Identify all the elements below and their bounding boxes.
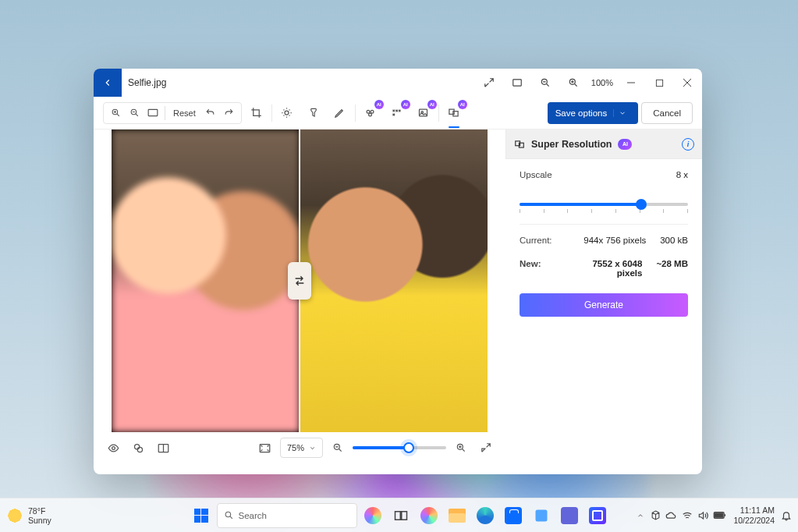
image-canvas[interactable]: [112, 129, 488, 432]
zoom-out-icon[interactable]: [126, 105, 143, 122]
tray-chevron-up-icon[interactable]: [637, 512, 644, 520]
current-dimensions: 944x 756 pixels: [565, 236, 660, 245]
ai-badge-icon: [374, 100, 384, 109]
fullscreen-icon[interactable]: [476, 438, 496, 458]
svg-point-10: [369, 113, 372, 116]
blur-bg-icon[interactable]: [412, 102, 435, 124]
file-name: Selfie.jpg: [128, 77, 166, 88]
zoom-out-title-icon[interactable]: [532, 69, 559, 96]
minimize-button[interactable]: [618, 69, 644, 96]
taskbar: 78°F Sunny Search 11:11 AM 10/22/2024: [0, 498, 798, 532]
ai-badge-icon: [427, 100, 437, 109]
zoom-in-icon[interactable]: [107, 105, 124, 122]
visibility-icon[interactable]: [103, 438, 123, 458]
split-view-icon[interactable]: [153, 438, 173, 458]
cancel-button[interactable]: Cancel: [641, 102, 693, 124]
expand-icon[interactable]: [476, 69, 502, 96]
ai-badge-icon: [458, 100, 467, 109]
save-options-button[interactable]: Save options: [548, 102, 639, 124]
taskbar-app-explorer[interactable]: [445, 503, 470, 528]
markup-icon[interactable]: [328, 102, 352, 124]
taskbar-app-copilot2[interactable]: [417, 503, 442, 528]
svg-rect-25: [395, 511, 400, 520]
new-metric: New: 7552 x 6048 pixels ~28 MB: [520, 256, 688, 281]
chevron-down-icon: [309, 445, 316, 452]
redo-icon[interactable]: [221, 105, 238, 122]
temperature: 78°F: [28, 506, 51, 516]
new-label: New:: [520, 259, 565, 278]
panel-title: Super Resolution: [531, 139, 612, 150]
super-resolution-tool-icon[interactable]: [442, 102, 466, 124]
wifi-icon: [682, 511, 693, 520]
weather-widget[interactable]: 78°F Sunny: [6, 506, 51, 525]
title-zoom-percent: 100%: [588, 78, 616, 87]
adjust-light-icon[interactable]: [275, 102, 299, 124]
taskbar-app-taskview[interactable]: [388, 503, 413, 528]
start-button[interactable]: [189, 503, 214, 528]
super-resolution-panel: Super Resolution i Upscale 8 x Current:: [505, 129, 702, 474]
chevron-down-icon[interactable]: [613, 109, 630, 117]
comparison-handle[interactable]: [288, 262, 311, 300]
current-label: Current:: [520, 236, 565, 245]
notifications-icon[interactable]: [781, 510, 792, 521]
cube-icon: [651, 510, 661, 520]
svg-point-8: [367, 110, 370, 113]
filter-icon[interactable]: [302, 102, 325, 124]
svg-rect-29: [715, 513, 723, 517]
taskbar-search[interactable]: Search: [217, 503, 357, 528]
panel-header: Super Resolution i: [505, 129, 702, 159]
canvas-footer: 75%: [100, 432, 499, 463]
current-metric: Current: 944x 756 pixels 300 kB: [520, 232, 688, 248]
back-button[interactable]: [94, 69, 122, 97]
zoom-out-canvas-icon[interactable]: [328, 438, 348, 458]
generate-button[interactable]: Generate: [520, 293, 688, 317]
svg-rect-3: [656, 80, 662, 86]
svg-rect-6: [148, 109, 158, 115]
volume-icon: [697, 511, 708, 520]
remove-bg-icon[interactable]: [385, 102, 409, 124]
battery-icon: [713, 511, 727, 520]
erase-tool-icon[interactable]: [359, 102, 382, 124]
canvas-pane: 75%: [94, 129, 505, 474]
crop-tool-icon[interactable]: [245, 102, 268, 124]
upscale-label: Upscale: [520, 170, 552, 179]
editor-toolbar: Reset Save options Cancel: [94, 97, 702, 129]
maximize-button[interactable]: [646, 69, 672, 96]
close-button[interactable]: [674, 69, 700, 96]
fit-screen-icon[interactable]: [255, 438, 275, 458]
current-size: 300 kB: [660, 236, 688, 245]
svg-point-17: [137, 447, 142, 452]
actual-size-icon[interactable]: [144, 105, 161, 122]
zoom-in-canvas-icon[interactable]: [451, 438, 471, 458]
sun-icon: [6, 507, 23, 524]
reset-button[interactable]: Reset: [168, 108, 200, 118]
svg-rect-26: [401, 511, 406, 520]
taskbar-app-teams[interactable]: [557, 503, 582, 528]
taskbar-app-copilot[interactable]: [360, 503, 385, 528]
canvas-zoom-dropdown[interactable]: 75%: [280, 438, 323, 458]
undo-icon[interactable]: [202, 105, 219, 122]
zoom-in-title-icon[interactable]: [560, 69, 587, 96]
weather-text: Sunny: [28, 516, 51, 525]
svg-point-16: [134, 444, 139, 449]
upscale-slider[interactable]: [520, 203, 688, 206]
taskbar-clock[interactable]: 11:11 AM 10/22/2024: [733, 505, 775, 524]
info-icon[interactable]: i: [682, 138, 694, 151]
taskbar-app-edge[interactable]: [473, 503, 498, 528]
workspace: 75% Super Resolution i Upsc: [94, 129, 702, 474]
super-resolution-icon: [514, 139, 525, 150]
zoom-reset-group: Reset: [103, 102, 242, 124]
system-tray[interactable]: [651, 510, 727, 520]
svg-point-15: [112, 446, 115, 449]
ai-badge-icon: [618, 139, 632, 150]
save-options-label: Save options: [555, 108, 608, 118]
layers-icon[interactable]: [128, 438, 148, 458]
taskbar-app-generic[interactable]: [529, 503, 554, 528]
upscale-value: 8 x: [676, 170, 688, 179]
svg-rect-0: [513, 80, 522, 86]
taskbar-app-store[interactable]: [501, 503, 526, 528]
fit-icon[interactable]: [504, 69, 530, 96]
taskbar-app-photos[interactable]: [585, 503, 610, 528]
arrow-left-icon: [293, 278, 306, 288]
canvas-zoom-slider[interactable]: [353, 446, 446, 449]
